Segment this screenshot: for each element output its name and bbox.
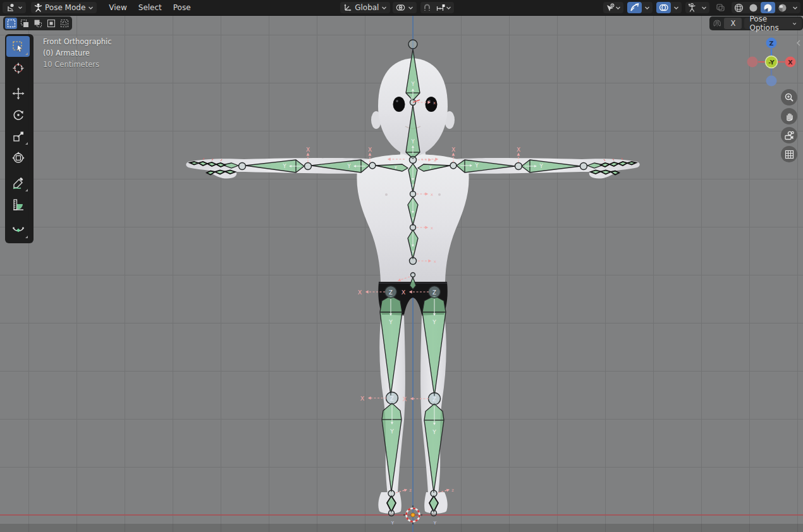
shading-wireframe[interactable] xyxy=(732,2,746,13)
object-visibility-group xyxy=(603,2,623,13)
snap-toggle[interactable] xyxy=(420,2,434,13)
material-sphere-icon xyxy=(763,3,773,13)
navigation-gizmo[interactable]: Z X -Y xyxy=(746,37,797,87)
mode-selector[interactable]: Pose Mode xyxy=(31,2,97,13)
breakdowner-icon xyxy=(12,224,25,236)
active-object-label: (0) Armature xyxy=(43,47,112,59)
tool-scale[interactable] xyxy=(6,126,30,147)
transform-orientation-dropdown[interactable]: Global xyxy=(340,2,390,13)
tool-measure[interactable] xyxy=(6,194,30,215)
chevron-down-icon xyxy=(381,6,387,10)
xray-toggle[interactable] xyxy=(713,2,728,13)
pointer-eye-icon xyxy=(606,3,615,12)
transform-icon xyxy=(12,152,25,164)
viewport-overlay-text: Front Orthographic (0) Armature 10 Centi… xyxy=(43,36,112,70)
rendered-sphere-icon xyxy=(778,3,787,13)
tool-pose-breakdowner[interactable] xyxy=(6,219,30,240)
magnet-icon xyxy=(423,4,431,12)
shading-rendered[interactable] xyxy=(775,2,790,13)
menu-view[interactable]: View xyxy=(103,0,132,15)
tool-select-box[interactable] xyxy=(6,36,30,57)
toolbar xyxy=(5,34,34,243)
show-gizmos-toggle[interactable] xyxy=(627,2,642,13)
chevron-down-icon xyxy=(644,6,650,10)
select-mode-invert[interactable] xyxy=(45,18,57,29)
blender-window: X X X X X X X X x x x x x z z Y Y y y y … xyxy=(0,0,803,532)
grid-icon xyxy=(785,150,794,159)
tool-cursor[interactable] xyxy=(6,57,30,78)
mirror-x-button[interactable]: X xyxy=(724,18,742,29)
tool-move[interactable] xyxy=(6,83,30,104)
pose-options-cluster: X Pose Options xyxy=(709,16,803,30)
3d-viewport-editor-icon xyxy=(6,3,15,12)
magnifier-plus-icon xyxy=(784,92,794,102)
gizmo-front-label: -Y xyxy=(768,59,775,66)
tool-transform[interactable] xyxy=(6,147,30,168)
gizmo-x-label: X xyxy=(788,59,793,66)
gizmo-neg-z-ball[interactable] xyxy=(766,76,777,87)
overlays-icon xyxy=(659,3,668,12)
snap-settings-dropdown[interactable] xyxy=(434,2,454,13)
ortho-persp-toggle-button[interactable] xyxy=(781,146,797,162)
pose-options-dropdown[interactable]: Pose Options xyxy=(744,18,802,29)
pan-button[interactable] xyxy=(781,108,797,124)
chevron-down-icon xyxy=(88,6,94,10)
chevron-down-icon xyxy=(673,6,679,10)
tool-rotate[interactable] xyxy=(6,104,30,125)
snap-increment-icon xyxy=(436,4,446,12)
shading-material-preview[interactable] xyxy=(761,2,775,13)
armature-figure-icon xyxy=(688,3,696,12)
overlays-group xyxy=(656,2,682,13)
chevron-down-icon xyxy=(615,6,621,10)
pose-options-label: Pose Options xyxy=(749,15,788,32)
object-types-visibility-dropdown[interactable] xyxy=(603,2,623,13)
gizmo-neg-x-ball[interactable] xyxy=(747,57,758,68)
overlays-dropdown[interactable] xyxy=(671,2,682,13)
select-mode-cluster xyxy=(3,16,72,30)
pivot-point-dropdown[interactable] xyxy=(393,2,417,13)
rotate-icon xyxy=(12,109,25,121)
orientation-label: Global xyxy=(355,3,379,12)
menu-select[interactable]: Select xyxy=(133,0,168,15)
wireframe-sphere-icon xyxy=(734,3,744,13)
chevron-down-icon xyxy=(792,6,798,10)
hand-icon xyxy=(785,112,794,121)
select-mode-intersect[interactable] xyxy=(58,18,70,29)
below-floor-shade xyxy=(0,524,803,532)
armature-display-dropdown[interactable] xyxy=(699,2,709,13)
menu-pose[interactable]: Pose xyxy=(168,0,197,15)
editor-type-button[interactable] xyxy=(3,2,26,13)
chevron-down-icon xyxy=(18,6,23,9)
move-icon xyxy=(12,87,25,100)
select-box-icon xyxy=(12,40,25,53)
select-mode-subtract[interactable] xyxy=(32,18,44,29)
gizmos-dropdown[interactable] xyxy=(642,2,653,13)
armature-display-toggle[interactable] xyxy=(685,2,699,13)
show-overlays-toggle[interactable] xyxy=(656,2,671,13)
mirror-x-icon[interactable] xyxy=(713,18,721,28)
orientation-axes-icon xyxy=(343,3,352,12)
shading-solid[interactable] xyxy=(746,2,761,13)
gizmo-z-label: Z xyxy=(769,40,774,47)
solid-sphere-icon xyxy=(749,3,758,13)
chevron-down-icon xyxy=(701,6,707,10)
chevron-down-icon xyxy=(408,6,414,10)
scale-icon xyxy=(12,130,25,143)
3d-viewport[interactable] xyxy=(0,15,803,532)
mode-label: Pose Mode xyxy=(45,3,85,12)
xray-icon xyxy=(716,3,725,12)
tool-annotate[interactable] xyxy=(6,172,30,193)
camera-view-button[interactable] xyxy=(781,127,797,143)
view-name-label: Front Orthographic xyxy=(43,36,112,47)
grid-scale-label: 10 Centimeters xyxy=(43,59,112,70)
gizmos-group xyxy=(627,2,653,13)
annotate-pencil-icon xyxy=(12,177,25,190)
shading-dropdown[interactable] xyxy=(790,2,800,13)
camera-icon xyxy=(784,131,795,140)
select-mode-set[interactable] xyxy=(5,18,17,29)
zoom-button[interactable] xyxy=(781,89,797,106)
viewport-header: Pose Mode View Select Pose Global xyxy=(0,0,803,16)
select-mode-extend[interactable] xyxy=(18,18,30,29)
pose-mode-icon xyxy=(34,3,42,12)
region-collapse-icon[interactable] xyxy=(795,39,802,47)
